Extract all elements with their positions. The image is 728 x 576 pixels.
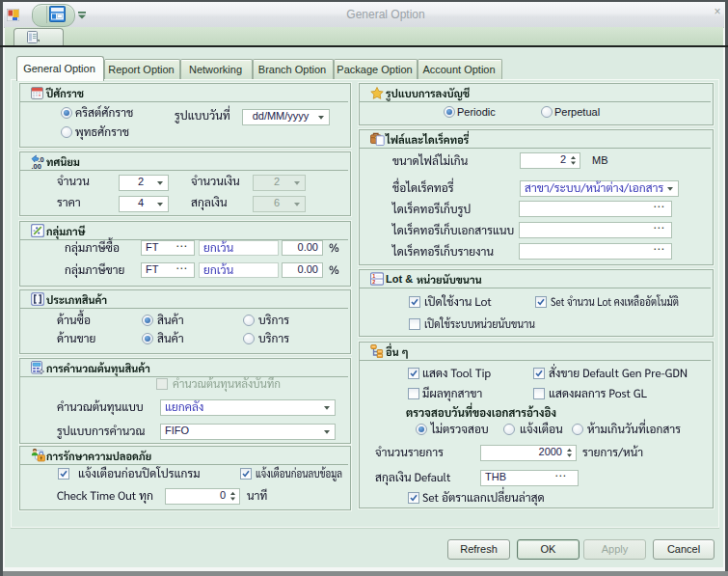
svg-text:1: 1 bbox=[372, 273, 375, 279]
svg-text:2: 2 bbox=[372, 279, 375, 285]
svg-text:.00: .00 bbox=[32, 162, 41, 170]
